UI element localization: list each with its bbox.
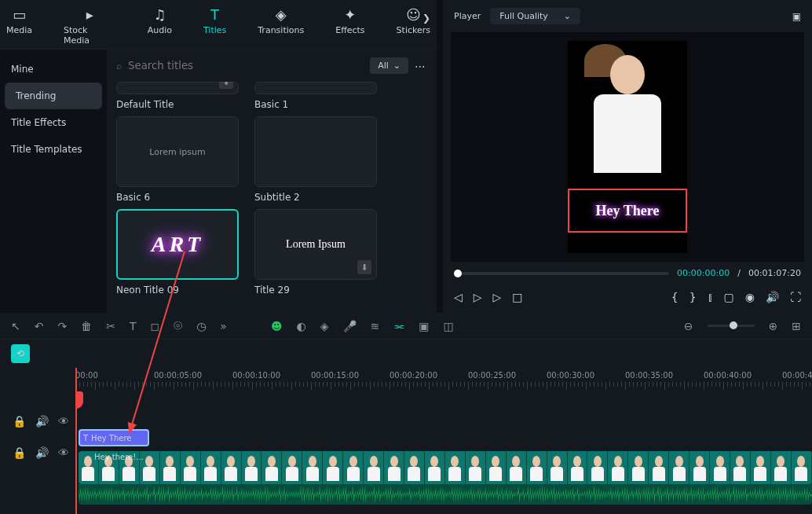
nav-media[interactable]: ▭Media: [0, 6, 38, 46]
preview-title-overlay[interactable]: Hey There: [568, 189, 687, 233]
text-tool[interactable]: T: [130, 320, 137, 332]
undo-button[interactable]: ↶: [35, 320, 44, 332]
keyframe-tool[interactable]: ◈: [320, 320, 329, 332]
color-tool[interactable]: ◐: [297, 320, 306, 332]
zoom-out[interactable]: ⊖: [684, 320, 693, 332]
sidebar-mine[interactable]: Mine: [0, 56, 107, 83]
download-icon[interactable]: ⬇: [219, 82, 233, 89]
display-icon[interactable]: ▢: [724, 291, 734, 303]
sidebar-trending[interactable]: Trending: [5, 83, 102, 109]
magnet-tool[interactable]: ⫘: [393, 320, 404, 332]
split-button[interactable]: ✂: [106, 320, 115, 332]
nav-titles[interactable]: TTitles: [197, 6, 232, 46]
timer-tool[interactable]: ◷: [196, 320, 206, 332]
thumb-neon-title[interactable]: ART: [116, 209, 239, 280]
transitions-icon: ◈: [273, 6, 289, 22]
video-clip[interactable]: [79, 451, 812, 484]
camera-icon[interactable]: ◉: [745, 291, 755, 303]
speed-tool[interactable]: ⦾: [174, 319, 182, 332]
track-lock-icon[interactable]: 🔒: [13, 415, 26, 428]
sidebar-title-templates[interactable]: Title Templates: [0, 136, 107, 163]
preview-person: [588, 49, 667, 182]
link-tracks-button[interactable]: ⟲: [11, 344, 30, 363]
nav-transitions[interactable]: ◈Transitions: [251, 6, 310, 46]
stock-icon: ▸: [82, 6, 97, 22]
stickers-icon: ☺: [405, 6, 421, 22]
nav-effects[interactable]: ✦Effects: [329, 6, 371, 46]
delete-button[interactable]: 🗑: [81, 320, 92, 332]
total-time: 00:01:07:20: [748, 268, 801, 278]
search-input[interactable]: [128, 60, 364, 72]
preview-area[interactable]: Hey There: [451, 32, 804, 262]
audio-icon: ♫: [152, 6, 167, 22]
audio-tool[interactable]: ≋: [371, 320, 380, 332]
filter-dropdown[interactable]: All⌄: [370, 57, 408, 74]
marker-out-icon[interactable]: }: [689, 291, 697, 303]
prev-frame-button[interactable]: ◁: [454, 291, 463, 303]
redo-button[interactable]: ↷: [57, 320, 67, 332]
zoom-in[interactable]: ⊕: [769, 320, 778, 332]
thumb-default-title[interactable]: ⬇: [116, 82, 239, 94]
scrub-bar[interactable]: [454, 272, 669, 275]
play-button[interactable]: ▷: [474, 291, 482, 303]
zoom-handle[interactable]: [730, 321, 737, 329]
zoom-slider[interactable]: [708, 325, 755, 327]
ai-tool[interactable]: ☻: [271, 320, 283, 332]
thumb-title29[interactable]: Lorem Ipsum⬇: [254, 209, 377, 280]
title-clip[interactable]: THey There: [79, 429, 149, 446]
timeline-area[interactable]: 00:0000:00:05:0000:00:10:0000:00:15:0000…: [75, 368, 812, 514]
sidebar-title-effects[interactable]: Title Effects: [0, 109, 107, 136]
chevron-down-icon: ⌄: [393, 61, 401, 71]
track-mute-icon[interactable]: 🔊: [35, 446, 49, 459]
mic-tool[interactable]: 🎤: [343, 320, 357, 332]
playhead-grip[interactable]: [75, 391, 83, 409]
track-lock-icon[interactable]: 🔒: [13, 446, 26, 459]
marker-tool[interactable]: ▣: [419, 320, 429, 332]
thumb-subtitle2[interactable]: [254, 116, 377, 187]
scrub-handle[interactable]: [454, 270, 462, 277]
next-frame-button[interactable]: ▷: [493, 291, 502, 303]
title-clip-icon: T: [83, 434, 88, 442]
nav-scroll-right[interactable]: ❯: [422, 13, 430, 24]
search-icon: ⌕: [116, 61, 122, 72]
quality-dropdown[interactable]: Full Quality⌄: [490, 8, 580, 24]
nav-audio[interactable]: ♫Audio: [141, 6, 178, 46]
tag-tool[interactable]: ◫: [444, 320, 454, 332]
pointer-tool[interactable]: ↖: [11, 320, 20, 332]
effects-icon: ✦: [342, 6, 358, 22]
grid-view[interactable]: ⊞: [792, 320, 801, 332]
more-menu[interactable]: ⋯: [415, 60, 427, 72]
nav-stock[interactable]: ▸Stock Media: [57, 6, 123, 46]
volume-icon[interactable]: 🔊: [766, 291, 779, 303]
track-mute-icon[interactable]: 🔊: [35, 415, 49, 428]
download-icon[interactable]: ⬇: [357, 260, 371, 274]
video-clip-label: Hey there!...: [94, 453, 144, 461]
titles-icon: T: [207, 6, 223, 22]
more-tools[interactable]: »: [220, 320, 227, 332]
marker-in-icon[interactable]: {: [671, 291, 678, 303]
crop-tool[interactable]: ◻: [151, 320, 160, 332]
audio-waveform[interactable]: [79, 484, 812, 505]
thumb-basic6[interactable]: Lorem ipsum: [116, 116, 239, 187]
fullscreen-icon[interactable]: ⛶: [790, 291, 801, 303]
track-visible-icon[interactable]: 👁: [58, 446, 69, 459]
ratio-icon[interactable]: ⫿: [708, 291, 713, 303]
stop-button[interactable]: □: [512, 291, 522, 303]
current-time: 00:00:00:00: [677, 268, 730, 278]
player-label: Player: [454, 11, 481, 21]
track-visible-icon[interactable]: 👁: [58, 415, 69, 428]
playhead[interactable]: [75, 368, 77, 514]
media-icon: ▭: [12, 6, 27, 22]
thumb-basic1[interactable]: [254, 82, 377, 94]
chevron-down-icon: ⌄: [564, 11, 571, 21]
snapshot-icon[interactable]: ▣: [792, 11, 801, 22]
